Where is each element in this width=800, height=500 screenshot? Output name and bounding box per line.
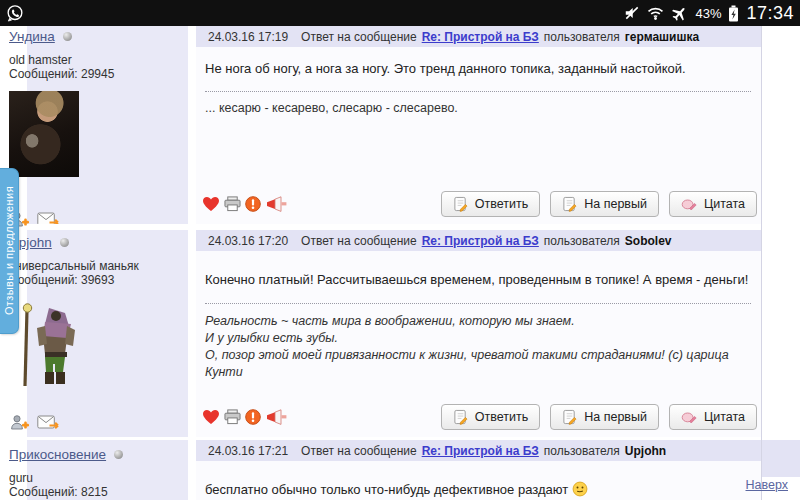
online-status-icon: [60, 238, 69, 247]
user-block: Ундина old hamster Сообщений: 29945: [9, 29, 159, 228]
post-text: Конечно платный! Рассчитываешься времене…: [196, 251, 761, 288]
column-gutter: [188, 26, 196, 500]
topic-link[interactable]: Re: Пристрой на БЗ: [422, 234, 539, 248]
post-column: 24.03.16 17:19 Ответ на сообщение Re: Пр…: [196, 26, 762, 500]
user-label: пользователя: [544, 234, 620, 248]
topic-link[interactable]: Re: Пристрой на БЗ: [422, 30, 539, 44]
feedback-tab-label: Отзывы и предложения: [3, 186, 15, 315]
smirk-smiley-icon: [572, 481, 588, 500]
quote-icon: [681, 410, 697, 425]
whatsapp-notification-icon: [6, 4, 24, 22]
signature-line: О, позор этой моей привязанности к жизни…: [196, 347, 761, 381]
reply-page-icon: [453, 196, 468, 212]
complain-megaphone-icon[interactable]: [264, 196, 288, 212]
post-body: Не нога об ногу, а нога за ногу. Это тре…: [196, 47, 761, 224]
post-header: 24.03.16 17:19 Ответ на сообщение Re: Пр…: [196, 26, 761, 47]
airplane-mode-icon: [671, 5, 688, 22]
forum-screen: 43% 17:34 Ундина old hamster Сообщений: …: [0, 0, 800, 500]
user-label: пользователя: [544, 444, 620, 458]
post: 24.03.16 17:20 Ответ на сообщение Re: Пр…: [196, 230, 761, 437]
reply-label: Ответ на сообщение: [301, 444, 417, 458]
report-warning-icon[interactable]: [244, 409, 262, 425]
reply-label: Ответ на сообщение: [301, 30, 417, 44]
topic-link[interactable]: Re: Пристрой на БЗ: [422, 444, 539, 458]
reply-page-icon: [562, 409, 577, 425]
post-body: Конечно платный! Рассчитываешься времене…: [196, 251, 761, 437]
row-separator: [27, 224, 188, 230]
report-warning-icon[interactable]: [244, 196, 262, 212]
online-status-icon: [114, 450, 123, 459]
row-separator: [27, 437, 188, 440]
user-block: Прикосновение guru Сообщений: 8215: [9, 447, 159, 500]
username-link[interactable]: Ундина: [9, 29, 55, 44]
add-friend-icon[interactable]: [9, 414, 30, 431]
user-message-count: Сообщений: 8215: [9, 485, 159, 500]
reply-button[interactable]: Ответить: [441, 191, 540, 217]
battery-percent: 43%: [695, 6, 721, 21]
post-header: 24.03.16 17:21 Ответ на сообщение Re: Пр…: [196, 440, 761, 461]
user-message-count: Сообщений: 29945: [9, 67, 159, 82]
print-icon[interactable]: [223, 409, 242, 425]
user-block: Upjohn универсальный маньяк Сообщений: 3…: [9, 235, 159, 431]
post-footer: Ответить На первый Цитата: [201, 404, 757, 430]
user-avatar: [9, 300, 159, 394]
post-date: 24.03.16 17:19: [208, 30, 288, 44]
reply-first-button[interactable]: На первый: [550, 404, 659, 430]
quote-button-label: Цитата: [704, 410, 745, 424]
print-icon[interactable]: [223, 196, 242, 212]
post-date: 24.03.16 17:21: [208, 444, 288, 458]
user-title: универсальный маньяк: [9, 259, 159, 273]
reply-button-label: Ответить: [475, 197, 528, 211]
status-clock: 17:34: [746, 3, 794, 24]
post-header: 24.03.16 17:20 Ответ на сообщение Re: Пр…: [196, 230, 761, 251]
post: 24.03.16 17:21 Ответ на сообщение Re: Пр…: [196, 440, 761, 500]
user-title: old hamster: [9, 53, 159, 67]
reply-page-icon: [453, 409, 468, 425]
quote-button-label: Цитата: [704, 197, 745, 211]
post: 24.03.16 17:19 Ответ на сообщение Re: Пр…: [196, 26, 761, 224]
user-avatar: [9, 91, 79, 177]
first-button-label: На первый: [584, 197, 647, 211]
post-body: бесплатно обычно только что-нибудь дефек…: [196, 461, 761, 500]
feedback-tab[interactable]: Отзывы и предложения: [0, 168, 19, 334]
post-text-span: бесплатно обычно только что-нибудь дефек…: [205, 482, 568, 497]
reply-button-label: Ответить: [475, 410, 528, 424]
quote-icon: [681, 197, 697, 212]
signature-line: ... кесарю - кесарево, слесарю - слесаре…: [196, 100, 761, 117]
reply-page-icon: [562, 196, 577, 212]
post-date: 24.03.16 17:20: [208, 234, 288, 248]
user-label: пользователя: [544, 30, 620, 44]
user-title: guru: [9, 471, 159, 485]
quote-button[interactable]: Цитата: [669, 404, 757, 430]
username-link[interactable]: Прикосновение: [9, 447, 106, 462]
complain-megaphone-icon[interactable]: [264, 409, 288, 425]
like-heart-icon[interactable]: [201, 409, 221, 425]
margin-patch: [762, 440, 800, 477]
signature-divider: [205, 91, 751, 92]
like-heart-icon[interactable]: [201, 196, 221, 212]
reply-label: Ответ на сообщение: [301, 234, 417, 248]
mute-icon: [624, 5, 640, 21]
private-message-icon[interactable]: [37, 415, 60, 431]
wifi-icon: [647, 6, 664, 21]
signature-line: Реальность ~ часть мира в воображении, к…: [196, 313, 761, 330]
reply-first-button[interactable]: На первый: [550, 191, 659, 217]
first-button-label: На первый: [584, 410, 647, 424]
post-text: бесплатно обычно только что-нибудь дефек…: [196, 461, 761, 500]
reply-to-user: гермашишка: [625, 30, 699, 44]
online-status-icon: [63, 32, 72, 41]
status-bar: 43% 17:34: [0, 0, 800, 26]
signature-divider: [205, 303, 751, 304]
post-footer: Ответить На первый Цитата: [201, 191, 757, 217]
reply-button[interactable]: Ответить: [441, 404, 540, 430]
back-to-top-link[interactable]: Наверх: [746, 478, 789, 492]
quote-button[interactable]: Цитата: [669, 191, 757, 217]
signature-line: И у улыбки есть зубы.: [196, 330, 761, 347]
reply-to-user: Sobolev: [625, 234, 672, 248]
reply-to-user: Upjohn: [625, 444, 666, 458]
battery-charging-icon: [728, 5, 739, 22]
user-message-count: Сообщений: 39693: [9, 273, 159, 288]
post-text: Не нога об ногу, а нога за ногу. Это тре…: [196, 47, 761, 77]
